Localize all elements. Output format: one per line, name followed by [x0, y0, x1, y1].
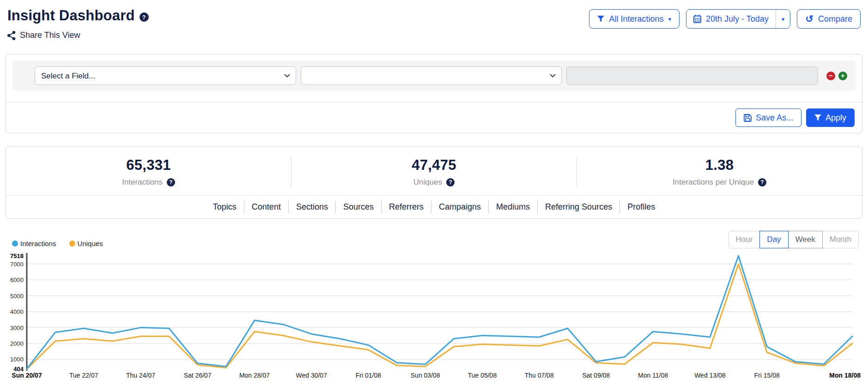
apply-button[interactable]: Apply [806, 108, 855, 127]
funnel-icon [814, 114, 821, 121]
legend-label: Uniques [78, 240, 103, 247]
y-tick-label: 7000 [10, 261, 24, 268]
filter-value-input [566, 66, 818, 85]
filter-field-select[interactable]: Select a Field... [35, 66, 296, 85]
x-tick-label: Thu 07/08 [525, 372, 554, 379]
stat-label: Interactions per Unique? [577, 178, 862, 187]
legend-item-interactions[interactable]: Interactions [12, 240, 56, 247]
date-range-caret-button[interactable]: ▾ [776, 10, 790, 28]
interactions-filter-button[interactable]: All Interactions ▾ [589, 9, 680, 29]
x-tick-label: Sun 03/08 [411, 372, 440, 379]
y-tick-label: 7518 [10, 253, 24, 259]
stat-value: 65,331 [6, 157, 291, 174]
stat-label: Uniques? [291, 178, 577, 187]
period-button-day[interactable]: Day [759, 231, 788, 248]
y-tick-label: 5000 [10, 293, 24, 300]
x-tick-label: Fri 15/08 [754, 372, 780, 379]
period-button-hour[interactable]: Hour [728, 231, 760, 248]
tab-profiles[interactable]: Profiles [619, 201, 662, 213]
stat-label: Interactions? [6, 178, 291, 187]
x-tick-label: Sat 26/07 [184, 372, 212, 379]
y-tick-label: 3000 [10, 325, 24, 331]
legend-item-uniques[interactable]: Uniques [69, 240, 103, 247]
x-tick-label: Sun 20/07 [12, 372, 42, 379]
breakdown-tabs: TopicsContentSectionsSourcesReferrersCam… [6, 195, 862, 218]
stat-label-text: Interactions per Unique [673, 178, 754, 187]
stats-panel: 65,331Interactions?47,475Uniques?1.38Int… [6, 146, 862, 219]
chart-controls: InteractionsUniques HourDayWeekMonth [6, 231, 862, 248]
legend-dot [69, 241, 75, 247]
compare-button[interactable]: ↺ Compare [797, 9, 861, 29]
funnel-icon [597, 16, 604, 22]
x-tick-label: Tue 05/08 [468, 372, 497, 379]
help-icon[interactable]: ? [140, 12, 149, 22]
remove-filter-icon[interactable]: − [826, 72, 835, 80]
save-as-button[interactable]: Save As... [735, 108, 801, 127]
tab-referrers[interactable]: Referrers [381, 201, 431, 213]
filter-panel: Select a Field... − + [6, 54, 862, 133]
y-tick-label: 4000 [10, 309, 24, 316]
x-tick-label: Tue 22/07 [69, 372, 98, 379]
save-icon [744, 114, 752, 122]
legend-label: Interactions [20, 240, 56, 247]
y-tick-label: 6000 [10, 277, 24, 284]
add-filter-icon[interactable]: + [838, 72, 847, 80]
calendar-icon [693, 15, 701, 23]
help-icon[interactable]: ? [167, 178, 175, 186]
stat-label-text: Interactions [122, 178, 163, 187]
insight-dashboard-page: Insight Dashboard ? Share This View [0, 0, 868, 384]
stat-interactions: 65,331Interactions? [6, 157, 291, 187]
x-tick-label: Mon 18/08 [829, 372, 861, 379]
x-tick-label: Wed 13/08 [694, 372, 726, 379]
filter-operator-select[interactable] [301, 66, 562, 85]
period-toggle-group: HourDayWeekMonth [728, 231, 859, 248]
x-tick-label: Thu 24/07 [126, 372, 155, 379]
stat-value: 47,475 [291, 157, 577, 174]
tab-content[interactable]: Content [244, 201, 288, 213]
stat-interactions-per-unique: 1.38Interactions per Unique? [577, 157, 862, 187]
page-header: Insight Dashboard ? Share This View [6, 6, 862, 40]
tab-sections[interactable]: Sections [288, 201, 335, 213]
tab-mediums[interactable]: Mediums [488, 201, 537, 213]
series-line-interactions [27, 256, 852, 369]
date-range-split-button: 20th July - Today ▾ [686, 9, 790, 29]
y-tick-label: 1000 [10, 356, 24, 363]
help-icon[interactable]: ? [758, 178, 766, 186]
x-tick-label: Mon 11/08 [638, 372, 668, 379]
page-title: Insight Dashboard [7, 7, 135, 24]
tab-topics[interactable]: Topics [206, 201, 244, 213]
x-tick-label: Sat 09/08 [582, 372, 610, 379]
history-icon: ↺ [805, 14, 813, 24]
chart-legend: InteractionsUniques [12, 240, 103, 247]
x-tick-label: Fri 01/08 [356, 372, 381, 379]
legend-dot [12, 241, 18, 247]
stat-uniques: 47,475Uniques? [291, 157, 577, 187]
x-tick-label: Mon 28/07 [239, 372, 270, 379]
tab-campaigns[interactable]: Campaigns [431, 201, 488, 213]
y-tick-label: 2000 [10, 340, 24, 347]
share-icon [7, 31, 16, 40]
period-button-month[interactable]: Month [822, 231, 859, 248]
tab-sources[interactable]: Sources [335, 201, 381, 213]
interactions-chart[interactable]: 40410002000300040005000600070007518Sun 2… [6, 250, 862, 384]
filter-actions: Save As... Apply [6, 102, 862, 133]
filter-row: Select a Field... − + [12, 60, 856, 91]
share-this-view-link[interactable]: Share This View [7, 30, 80, 40]
stats-row: 65,331Interactions?47,475Uniques?1.38Int… [6, 147, 862, 195]
caret-down-icon: ▾ [668, 16, 672, 22]
stat-label-text: Uniques [413, 178, 442, 187]
period-button-week[interactable]: Week [788, 231, 823, 248]
share-this-view-label: Share This View [20, 30, 80, 40]
stat-value: 1.38 [577, 157, 862, 174]
caret-down-icon: ▾ [782, 16, 785, 22]
x-tick-label: Wed 30/07 [296, 372, 327, 379]
help-icon[interactable]: ? [446, 178, 455, 186]
tab-referring-sources[interactable]: Referring Sources [537, 201, 619, 213]
date-range-button[interactable]: 20th July - Today [686, 10, 776, 28]
